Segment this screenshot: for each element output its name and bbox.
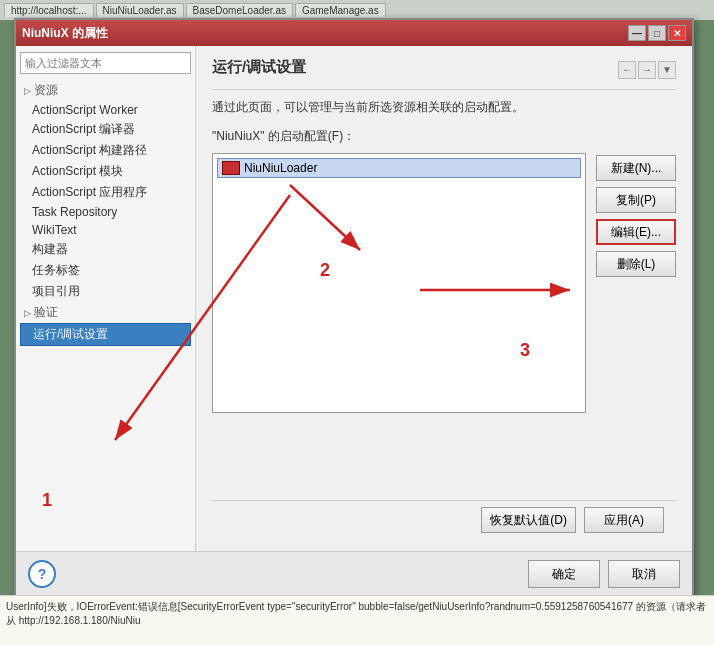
- apply-button[interactable]: 应用(A): [584, 507, 664, 533]
- list-item-label: NiuNiuLoader: [244, 161, 317, 175]
- dialog-body: 资源 ActionScript Worker ActionScript 编译器 …: [16, 46, 692, 551]
- nav-dropdown-button[interactable]: ▼: [658, 61, 676, 79]
- content-area: 运行/调试设置 ← → ▼ 通过此页面，可以管理与当前所选资源相关联的启动配置。…: [196, 46, 692, 551]
- bottom-action-bar: 恢复默认值(D) 应用(A): [212, 500, 676, 539]
- sidebar-item-actionscript-build-path[interactable]: ActionScript 构建路径: [20, 140, 191, 161]
- nav-back-button[interactable]: ←: [618, 61, 636, 79]
- browser-tab-1[interactable]: http://localhost:...: [4, 3, 94, 17]
- copy-config-button[interactable]: 复制(P): [596, 187, 676, 213]
- browser-tab-4[interactable]: GameManage.as: [295, 3, 386, 17]
- section-title: 运行/调试设置: [212, 58, 306, 77]
- cancel-button[interactable]: 取消: [608, 560, 680, 588]
- sidebar-item-project-refs[interactable]: 项目引用: [20, 281, 191, 302]
- ok-button[interactable]: 确定: [528, 560, 600, 588]
- sidebar-item-validation[interactable]: 验证: [20, 302, 191, 323]
- config-label: "NiuNiuX" 的启动配置(F)：: [212, 128, 676, 145]
- nav-forward-button[interactable]: →: [638, 61, 656, 79]
- sidebar-item-wikitext[interactable]: WikiText: [20, 221, 191, 239]
- help-button[interactable]: ?: [28, 560, 56, 588]
- nav-arrows: ← → ▼: [618, 61, 676, 79]
- launch-config-list[interactable]: NiuNiuLoader: [212, 153, 586, 413]
- filter-input[interactable]: [20, 52, 191, 74]
- browser-tab-2[interactable]: NiuNiuLoader.as: [96, 3, 184, 17]
- maximize-button[interactable]: □: [648, 25, 666, 41]
- config-panel: NiuNiuLoader 新建(N)... 复制(P) 编辑(E)... 删除(…: [212, 153, 676, 492]
- error-text: UserInfo]失败，IOErrorEvent:错误信息[SecurityEr…: [0, 595, 714, 645]
- edit-config-button[interactable]: 编辑(E)...: [596, 219, 676, 245]
- sidebar-item-resources[interactable]: 资源: [20, 80, 191, 101]
- new-config-button[interactable]: 新建(N)...: [596, 155, 676, 181]
- sidebar-item-actionscript-module[interactable]: ActionScript 模块: [20, 161, 191, 182]
- delete-config-button[interactable]: 删除(L): [596, 251, 676, 277]
- minimize-button[interactable]: —: [628, 25, 646, 41]
- title-bar: NiuNiuX 的属性 — □ ✕: [16, 20, 692, 46]
- dialog-footer: ? 确定 取消: [16, 551, 692, 596]
- niuniuloader-icon: [222, 161, 240, 175]
- browser-tabs: http://localhost:... NiuNiuLoader.as Bas…: [0, 0, 714, 20]
- section-description: 通过此页面，可以管理与当前所选资源相关联的启动配置。: [212, 98, 676, 116]
- dialog-title: NiuNiuX 的属性: [22, 25, 108, 42]
- sidebar-item-actionscript-compiler[interactable]: ActionScript 编译器: [20, 119, 191, 140]
- close-button[interactable]: ✕: [668, 25, 686, 41]
- sidebar-item-task-tags[interactable]: 任务标签: [20, 260, 191, 281]
- restore-defaults-button[interactable]: 恢复默认值(D): [481, 507, 576, 533]
- sidebar-item-run-debug[interactable]: 运行/调试设置: [20, 323, 191, 346]
- title-bar-buttons: — □ ✕: [628, 25, 686, 41]
- sidebar-item-actionscript-worker[interactable]: ActionScript Worker: [20, 101, 191, 119]
- sidebar-item-actionscript-app[interactable]: ActionScript 应用程序: [20, 182, 191, 203]
- sidebar: 资源 ActionScript Worker ActionScript 编译器 …: [16, 46, 196, 551]
- sidebar-item-builder[interactable]: 构建器: [20, 239, 191, 260]
- list-item-niuniuloader[interactable]: NiuNiuLoader: [217, 158, 581, 178]
- properties-dialog: NiuNiuX 的属性 — □ ✕ 资源 ActionScript Worker…: [14, 18, 694, 598]
- sidebar-item-task-repository[interactable]: Task Repository: [20, 203, 191, 221]
- browser-tab-3[interactable]: BaseDomeLoader.as: [186, 3, 293, 17]
- action-buttons: 新建(N)... 复制(P) 编辑(E)... 删除(L): [596, 153, 676, 492]
